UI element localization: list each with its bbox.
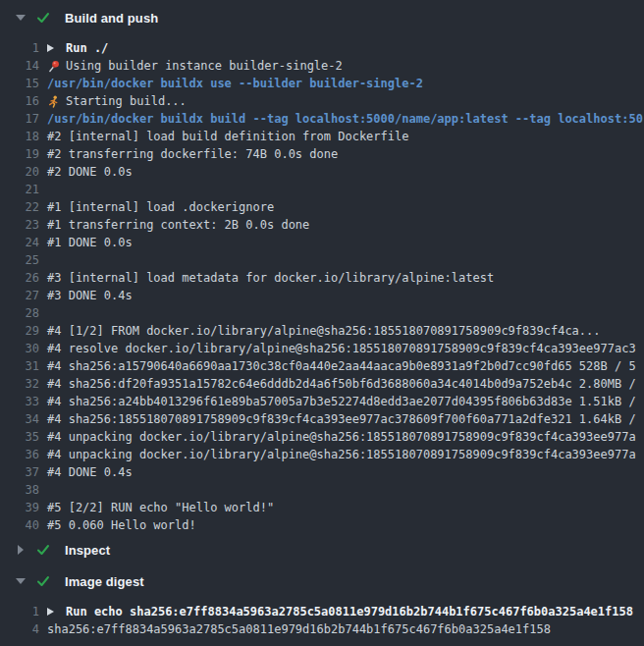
play-triangle-icon[interactable] (47, 608, 63, 616)
log-line: 30#4 resolve docker.io/library/alpine@sh… (0, 340, 644, 357)
line-number[interactable]: 26 (0, 269, 39, 287)
log-line: 33#4 sha256:a24bb4013296f61e89ba57005a7b… (0, 393, 644, 410)
line-text: #4 DONE 0.4s (47, 463, 133, 481)
line-number[interactable]: 31 (0, 357, 39, 375)
line-text: #3 [internal] load metadata for docker.i… (47, 269, 494, 287)
line-number[interactable]: 32 (0, 375, 39, 393)
line-number[interactable]: 38 (0, 481, 39, 499)
log-line: 20#2 DONE 0.0s (0, 163, 644, 181)
line-text: Starting build... (66, 92, 187, 110)
line-text: #4 [1/2] FROM docker.io/library/alpine@s… (47, 322, 601, 340)
line-content: Using builder instance builder-single-2 (47, 57, 343, 75)
line-number[interactable]: 1 (0, 603, 39, 620)
play-triangle-icon[interactable] (47, 44, 63, 52)
log-line: 4sha256:e7ff8834a5963a2785c5a0811e979d16… (0, 620, 644, 638)
line-number[interactable]: 14 (0, 57, 39, 75)
line-text: #4 sha256:a24bb4013296f61e89ba57005a7b3e… (47, 393, 636, 410)
runner-icon (47, 95, 63, 108)
line-content: /usr/bin/docker buildx build --tag local… (47, 110, 643, 128)
line-text: #4 sha256:df20fa9351a15782c64e6dddb2d4a6… (47, 375, 636, 393)
log-line: 39#5 [2/2] RUN echo "Hello world!" (0, 499, 644, 516)
log-line: 17/usr/bin/docker buildx build --tag loc… (0, 110, 644, 128)
line-number[interactable]: 39 (0, 499, 39, 516)
log-line[interactable]: 1Run echo sha256:e7ff8834a5963a2785c5a08… (0, 603, 644, 620)
log-section-inspect: Inspect (0, 534, 644, 565)
line-number[interactable]: 15 (0, 75, 39, 92)
line-text: #4 unpacking docker.io/library/alpine@sh… (47, 428, 636, 446)
line-number[interactable]: 17 (0, 110, 39, 128)
line-number[interactable]: 25 (0, 251, 39, 269)
line-number[interactable]: 34 (0, 410, 39, 428)
line-number[interactable]: 37 (0, 463, 39, 481)
line-text: Using builder instance builder-single-2 (66, 57, 343, 75)
log-line: 36#4 unpacking docker.io/library/alpine@… (0, 446, 644, 463)
line-number[interactable]: 40 (0, 516, 39, 534)
line-content: /usr/bin/docker buildx use --builder bui… (47, 75, 423, 92)
chevron-down-icon[interactable] (14, 578, 27, 584)
line-number[interactable]: 21 (0, 181, 39, 198)
line-number[interactable]: 30 (0, 340, 39, 357)
line-number[interactable]: 18 (0, 128, 39, 145)
line-content: sha256:e7ff8834a5963a2785c5a0811e979d16b… (47, 620, 551, 638)
line-text: #5 0.060 Hello world! (47, 516, 196, 534)
line-number[interactable]: 23 (0, 216, 39, 234)
line-content: #4 sha256:185518070891758909c9f839cf4ca3… (47, 410, 636, 428)
log-line: 29#4 [1/2] FROM docker.io/library/alpine… (0, 322, 644, 340)
line-content: Starting build... (47, 92, 187, 110)
line-number[interactable]: 20 (0, 163, 39, 181)
line-text: /usr/bin/docker buildx build --tag local… (47, 110, 643, 128)
line-number[interactable]: 29 (0, 322, 39, 340)
line-number[interactable]: 24 (0, 234, 39, 251)
line-number[interactable]: 28 (0, 304, 39, 322)
section-title: Inspect (65, 543, 110, 558)
line-text: #2 transferring dockerfile: 74B 0.0s don… (47, 145, 338, 163)
section-header-inspect[interactable]: Inspect (0, 534, 644, 565)
line-content: Run echo sha256:e7ff8834a5963a2785c5a081… (47, 603, 633, 620)
line-number[interactable]: 16 (0, 92, 39, 110)
pushpin-icon (47, 60, 63, 73)
chevron-down-icon[interactable] (14, 15, 27, 21)
line-content: #4 unpacking docker.io/library/alpine@sh… (47, 428, 636, 446)
section-header-image-digest[interactable]: Image digest (0, 565, 644, 597)
line-number[interactable]: 1 (0, 39, 39, 57)
check-success-icon (35, 574, 51, 588)
line-number[interactable]: 22 (0, 198, 39, 216)
line-text: #5 [2/2] RUN echo "Hello world!" (47, 499, 274, 516)
line-content: #1 [internal] load .dockerignore (47, 198, 274, 216)
log-line: 15/usr/bin/docker buildx use --builder b… (0, 75, 644, 92)
line-content: #3 [internal] load metadata for docker.i… (47, 269, 494, 287)
line-text: #4 unpacking docker.io/library/alpine@sh… (47, 446, 636, 463)
line-content: #4 resolve docker.io/library/alpine@sha2… (47, 340, 636, 357)
section-title: Build and push (65, 11, 158, 26)
log-line: 35#4 unpacking docker.io/library/alpine@… (0, 428, 644, 446)
line-text: #3 DONE 0.4s (47, 287, 133, 304)
log-line[interactable]: 1Run ./ (0, 39, 644, 57)
line-text: #1 transferring context: 2B 0.0s done (47, 216, 309, 234)
section-body-build-and-push: 1Run ./14Using builder instance builder-… (0, 33, 644, 534)
line-number[interactable]: 35 (0, 428, 39, 446)
section-body-image-digest: 1Run echo sha256:e7ff8834a5963a2785c5a08… (0, 597, 644, 638)
line-text: #2 [internal] load build definition from… (47, 128, 408, 145)
line-content: #1 DONE 0.0s (47, 234, 133, 251)
line-content: #4 unpacking docker.io/library/alpine@sh… (47, 446, 636, 463)
line-text: #4 resolve docker.io/library/alpine@sha2… (47, 340, 636, 357)
line-number[interactable]: 27 (0, 287, 39, 304)
section-header-build-and-push[interactable]: Build and push (0, 2, 644, 33)
section-title: Image digest (65, 574, 144, 589)
chevron-right-icon[interactable] (14, 545, 27, 555)
line-number[interactable]: 4 (0, 620, 39, 638)
line-number[interactable]: 19 (0, 145, 39, 163)
log-line: 14Using builder instance builder-single-… (0, 57, 644, 75)
line-number[interactable]: 33 (0, 393, 39, 410)
log-line: 23#1 transferring context: 2B 0.0s done (0, 216, 644, 234)
line-content: #4 sha256:a15790640a6690aa1730c38cf0a440… (47, 357, 636, 375)
line-content: #2 DONE 0.0s (47, 163, 133, 181)
log-line: 18#2 [internal] load build definition fr… (0, 128, 644, 145)
log-line: 24#1 DONE 0.0s (0, 234, 644, 251)
log-line: 27#3 DONE 0.4s (0, 287, 644, 304)
line-text: /usr/bin/docker buildx use --builder bui… (47, 75, 423, 92)
line-content: #2 [internal] load build definition from… (47, 128, 408, 145)
line-content: #1 transferring context: 2B 0.0s done (47, 216, 309, 234)
line-number[interactable]: 36 (0, 446, 39, 463)
line-content: #5 [2/2] RUN echo "Hello world!" (47, 499, 274, 516)
